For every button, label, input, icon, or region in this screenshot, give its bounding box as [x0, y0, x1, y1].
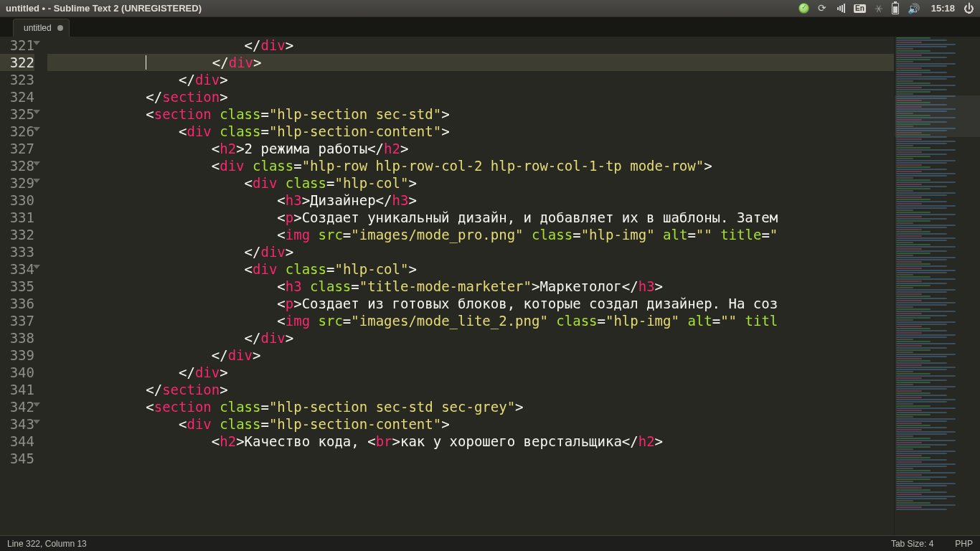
minimap-line — [896, 220, 930, 222]
minimap-line — [896, 392, 930, 394]
minimap-line — [896, 435, 913, 437]
minimap-line — [896, 48, 913, 50]
minimap-line — [896, 141, 956, 142]
status-position[interactable]: Line 322, Column 13 — [7, 539, 891, 549]
line-number[interactable]: 337 — [0, 312, 34, 329]
minimap-line — [896, 289, 956, 291]
code-line[interactable]: <div class="hlp-section-content"> — [47, 415, 894, 433]
line-number-gutter[interactable]: 3213223233243253263273283293303313323333… — [0, 37, 42, 535]
line-number[interactable]: 333 — [0, 243, 34, 260]
code-line[interactable]: <img src="images/mode_lite_2.png" class=… — [47, 312, 894, 329]
status-ok-icon[interactable] — [798, 3, 809, 14]
minimap-line — [896, 483, 956, 484]
file-tab[interactable]: untitled — [13, 19, 70, 37]
line-number[interactable]: 340 — [0, 364, 34, 381]
line-number[interactable]: 328 — [0, 157, 34, 174]
bluetooth-icon[interactable]: ⚹ — [875, 2, 883, 14]
code-line[interactable]: <img src="images/mode_pro.png" class="hl… — [47, 226, 894, 243]
fold-arrow-icon[interactable] — [33, 402, 40, 407]
code-area[interactable]: </div> </div> </div> </section> <section… — [42, 37, 894, 535]
code-line[interactable]: </section> — [47, 381, 894, 398]
line-number[interactable]: 329 — [0, 174, 34, 192]
minimap-line — [896, 74, 922, 75]
fold-arrow-icon[interactable] — [33, 161, 40, 166]
code-line[interactable]: <section class="hlp-section sec-std sec-… — [47, 398, 894, 415]
minimap-line — [896, 281, 922, 282]
code-line[interactable] — [47, 450, 894, 467]
code-line[interactable]: <p>Создает из готовых блоков, которые со… — [47, 295, 894, 312]
minimap-line — [896, 380, 947, 381]
minimap-line — [896, 192, 956, 194]
fold-arrow-icon[interactable] — [33, 127, 40, 131]
fold-arrow-icon[interactable] — [33, 420, 40, 424]
status-syntax[interactable]: PHP — [955, 539, 973, 549]
minimap-line — [896, 80, 913, 82]
line-number[interactable]: 326 — [0, 123, 34, 140]
line-number[interactable]: 321 — [0, 37, 34, 54]
code-line[interactable]: <div class="hlp-section-content"> — [47, 123, 894, 140]
status-tab-size[interactable]: Tab Size: 4 — [891, 539, 933, 549]
line-number[interactable]: 343 — [0, 415, 34, 433]
minimap-line — [896, 244, 930, 245]
line-number[interactable]: 327 — [0, 140, 34, 157]
code-line[interactable]: </div> — [47, 347, 894, 364]
line-number[interactable]: 330 — [0, 192, 34, 209]
line-number[interactable]: 342 — [0, 398, 34, 415]
minimap-line — [896, 63, 956, 65]
keyboard-layout-indicator[interactable]: En — [854, 4, 866, 13]
line-number[interactable]: 325 — [0, 105, 34, 123]
line-number[interactable]: 322 — [0, 54, 34, 71]
line-number[interactable]: 334 — [0, 260, 34, 278]
code-line[interactable]: <div class="hlp-col"> — [47, 174, 894, 192]
code-line[interactable]: <div class="hlp-col"> — [47, 260, 894, 278]
minimap-line — [896, 500, 913, 501]
network-signal-icon[interactable] — [837, 4, 845, 13]
line-number[interactable]: 335 — [0, 278, 34, 295]
code-line[interactable]: <h3 class="title-mode-marketer">Маркетол… — [47, 278, 894, 295]
code-line[interactable]: </div> — [47, 71, 894, 88]
minimap-line — [896, 190, 913, 192]
line-number[interactable]: 324 — [0, 88, 34, 105]
code-line[interactable]: </div> — [47, 243, 894, 260]
line-number[interactable]: 339 — [0, 347, 34, 364]
code-line[interactable]: </section> — [47, 88, 894, 105]
line-number[interactable]: 344 — [0, 433, 34, 450]
session-gear-icon[interactable]: ⏻ — [963, 2, 974, 14]
minimap-line — [896, 485, 947, 486]
code-line[interactable]: </div> — [47, 364, 894, 381]
fold-arrow-icon[interactable] — [33, 265, 40, 269]
minimap-line — [896, 371, 913, 372]
code-line[interactable]: <h2>2 режима работы</h2> — [47, 140, 894, 157]
code-line[interactable]: </div> — [47, 37, 894, 54]
minimap-line — [896, 287, 913, 288]
line-number[interactable]: 332 — [0, 226, 34, 243]
battery-icon[interactable] — [892, 3, 899, 14]
line-number[interactable]: 338 — [0, 329, 34, 347]
code-line[interactable]: </div> — [47, 54, 894, 71]
code-line[interactable]: <section class="hlp-section sec-std"> — [47, 105, 894, 123]
volume-icon[interactable]: 🔊 — [908, 3, 920, 14]
line-number[interactable]: 341 — [0, 381, 34, 398]
code-line[interactable]: <p>Создает уникальный дизайн, и добавляе… — [47, 209, 894, 226]
minimap-line — [896, 410, 922, 411]
code-line[interactable]: <div class="hlp-row hlp-row-col-2 hlp-ro… — [47, 157, 894, 174]
line-number[interactable]: 336 — [0, 295, 34, 312]
line-number[interactable]: 323 — [0, 71, 34, 88]
fold-arrow-icon[interactable] — [33, 179, 40, 183]
line-number[interactable]: 345 — [0, 450, 34, 467]
sync-icon[interactable]: ⟳ — [818, 3, 829, 14]
minimap-line — [896, 298, 947, 299]
fold-arrow-icon[interactable] — [33, 41, 40, 45]
minimap-line — [896, 388, 947, 390]
fold-arrow-icon[interactable] — [33, 110, 40, 114]
clock[interactable]: 15:18 — [931, 3, 955, 14]
minimap-line — [896, 91, 930, 93]
minimap[interactable] — [894, 37, 980, 535]
code-line[interactable]: <h3>Дизайнер</h3> — [47, 192, 894, 209]
minimap-line — [896, 364, 922, 366]
line-number[interactable]: 331 — [0, 209, 34, 226]
minimap-line — [896, 397, 922, 398]
minimap-line — [896, 352, 913, 353]
code-line[interactable]: <h2>Качество кода, <br>как у хорошего ве… — [47, 433, 894, 450]
code-line[interactable]: </div> — [47, 329, 894, 347]
